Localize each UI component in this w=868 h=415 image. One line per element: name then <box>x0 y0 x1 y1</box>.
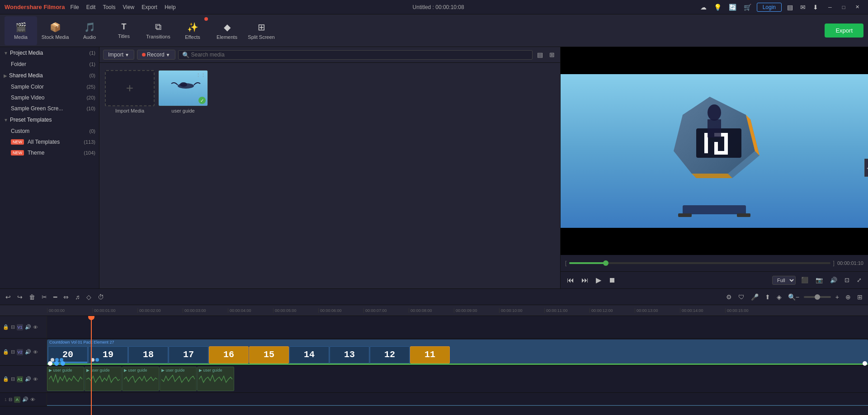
import-media-item[interactable]: + Import Media <box>105 68 155 115</box>
track-3-lock-icon[interactable]: 🔒 <box>3 376 9 382</box>
sidebar-project-media-header[interactable]: ▼ Project Media (1) <box>0 47 99 59</box>
adjust-button[interactable]: ⇔ <box>61 292 71 302</box>
quality-select[interactable]: Full 1/2 1/4 <box>772 276 796 285</box>
sidebar-item-all-templates[interactable]: NEW All Templates (113) <box>0 137 99 147</box>
sidebar-item-sample-green-screen[interactable]: Sample Green Scre... (10) <box>0 103 99 114</box>
track-1-lock-icon[interactable]: 🔒 <box>3 324 9 330</box>
toolbar-titles[interactable]: T Titles <box>108 16 140 45</box>
track-1-collapse-icon[interactable]: ⊟ <box>11 324 15 330</box>
track-1-volume-icon[interactable]: 🔊 <box>25 324 31 330</box>
toolbar-stock-media[interactable]: 📦 Stock Media <box>39 16 71 45</box>
mic-icon[interactable]: 🎤 <box>749 292 760 302</box>
download-icon[interactable]: ⬇ <box>811 3 820 12</box>
sidebar-item-theme[interactable]: NEW Theme (104) <box>0 147 99 158</box>
add-track-icon[interactable]: ⊕ <box>844 292 853 302</box>
settings-icon[interactable]: ⚙ <box>724 292 734 302</box>
guide-segment-1[interactable]: ▶ user guide <box>47 367 84 391</box>
zoom-in-icon[interactable]: + <box>834 292 841 302</box>
timeline-view-icon[interactable]: ⊞ <box>855 292 864 302</box>
menu-help[interactable]: Help <box>162 3 179 11</box>
login-button[interactable]: Login <box>757 3 782 12</box>
filter-icon[interactable]: ▤ <box>535 50 545 59</box>
record-button[interactable]: Record ▼ <box>137 50 175 60</box>
bulb-icon[interactable]: 💡 <box>712 3 723 12</box>
guide-segment-4[interactable]: ▶ user guide <box>160 367 197 391</box>
delete-button[interactable]: 🗑 <box>27 292 37 302</box>
cloud-icon[interactable]: ☁ <box>698 3 708 12</box>
frame-layout-icon[interactable]: ⬛ <box>799 276 810 284</box>
guide-segment-2[interactable]: ▶ user guide <box>85 367 122 391</box>
guide-segment-3[interactable]: ▶ user guide <box>122 367 159 391</box>
toolbar-effects[interactable]: ✨ Effects <box>176 16 209 45</box>
track-2-collapse-icon[interactable]: ⊟ <box>11 349 15 355</box>
track-2-eye-icon[interactable]: 👁 <box>33 349 38 355</box>
maximize-button[interactable]: □ <box>837 3 850 12</box>
record-dropdown-icon[interactable]: ▼ <box>166 52 170 57</box>
skip-back-button[interactable]: ⏮ <box>565 275 576 285</box>
countdown-clip[interactable]: Countdown Vol 01 Pack Element 27 20 <box>47 340 868 365</box>
track-4-eye-icon[interactable]: 👁 <box>30 397 35 402</box>
grid-view-icon[interactable]: ⊞ <box>547 50 557 59</box>
import-dropdown-icon[interactable]: ▼ <box>125 52 129 57</box>
preview-progress-bar[interactable] <box>569 262 830 264</box>
menu-view[interactable]: View <box>120 3 137 11</box>
cut-button[interactable]: ✂ <box>40 292 49 302</box>
export-button[interactable]: Export <box>825 24 863 38</box>
stop-button[interactable]: ⏹ <box>607 275 618 285</box>
ripple-icon[interactable]: ◈ <box>775 292 783 302</box>
sidebar-shared-media-header[interactable]: ▶ Shared Media (0) <box>0 70 99 81</box>
speed-button[interactable]: ⏱ <box>96 292 106 302</box>
progress-handle[interactable] <box>603 260 609 266</box>
zoom-out-icon[interactable]: 🔍− <box>786 292 801 302</box>
account-icon[interactable]: ▤ <box>785 3 795 12</box>
guide-segment-5[interactable]: ▶ user guide <box>197 367 234 391</box>
track-1-eye-icon[interactable]: 👁 <box>33 325 38 330</box>
keyframe-button[interactable]: ◇ <box>85 292 93 302</box>
track-3-a-icon[interactable]: A1 <box>17 376 23 382</box>
track-3-collapse-icon[interactable]: ⊟ <box>11 376 15 382</box>
sidebar-preset-templates-header[interactable]: ▼ Preset Templates <box>0 114 99 126</box>
sidebar-item-custom[interactable]: Custom (0) <box>0 126 99 137</box>
redo-button[interactable]: ↪ <box>15 292 24 302</box>
track-4-a-icon[interactable]: A <box>14 396 20 403</box>
sync-icon[interactable]: 🔄 <box>727 3 738 12</box>
track-2-v-icon[interactable]: V2 <box>17 349 23 355</box>
menu-file[interactable]: File <box>67 3 81 11</box>
volume-icon[interactable]: 🔊 <box>828 276 839 284</box>
sidebar-item-folder[interactable]: Folder (1) <box>0 59 99 70</box>
sidebar-item-sample-color[interactable]: Sample Color (25) <box>0 81 99 92</box>
menu-edit[interactable]: Edit <box>84 3 99 11</box>
expand-icon[interactable]: ⤢ <box>855 276 863 284</box>
toolbar-split-screen[interactable]: ⊞ Split Screen <box>245 16 278 45</box>
pip-icon[interactable]: ⊡ <box>843 276 851 284</box>
user-guide-media-item[interactable]: ⋮⋮ ✓ user guide <box>158 68 208 115</box>
shield-icon[interactable]: 🛡 <box>736 292 746 302</box>
track-4-volume-icon[interactable]: 🔊 <box>22 396 28 402</box>
track-button[interactable]: ━ <box>52 292 59 302</box>
message-icon[interactable]: ✉ <box>798 3 807 12</box>
track-4-add-icon[interactable]: ⊟ <box>9 397 12 402</box>
track-3-eye-icon[interactable]: 👁 <box>33 377 38 382</box>
play-button[interactable]: ▶ <box>594 275 603 285</box>
step-back-button[interactable]: ⏭︎ <box>580 275 590 285</box>
minimize-button[interactable]: ─ <box>824 3 836 12</box>
undo-button[interactable]: ↩ <box>4 292 13 302</box>
toolbar-media[interactable]: 🎬 Media <box>5 16 37 45</box>
track-1-v-icon[interactable]: V1 <box>17 324 23 330</box>
toolbar-audio[interactable]: 🎵 Audio <box>73 16 106 45</box>
search-input[interactable] <box>191 52 528 58</box>
toolbar-elements[interactable]: ◆ Elements <box>211 16 243 45</box>
close-button[interactable]: ✕ <box>851 3 863 12</box>
import-button[interactable]: Import ▼ <box>103 50 134 60</box>
track-2-volume-icon[interactable]: 🔊 <box>25 349 31 355</box>
menu-tools[interactable]: Tools <box>100 3 118 11</box>
import-media-thumb[interactable]: + <box>105 70 155 106</box>
screenshot-icon[interactable]: 📷 <box>814 276 825 284</box>
track-3-volume-icon[interactable]: 🔊 <box>25 376 31 382</box>
media-grid-dots-icon[interactable]: ⋮⋮ <box>196 72 206 78</box>
toolbar-transitions[interactable]: ⧉ Transitions <box>142 16 175 45</box>
zoom-slider[interactable] <box>804 296 831 298</box>
track-2-lock-icon[interactable]: 🔒 <box>3 349 9 355</box>
sidebar-item-sample-video[interactable]: Sample Video (20) <box>0 92 99 103</box>
detach-icon[interactable]: ⬆ <box>763 292 772 302</box>
